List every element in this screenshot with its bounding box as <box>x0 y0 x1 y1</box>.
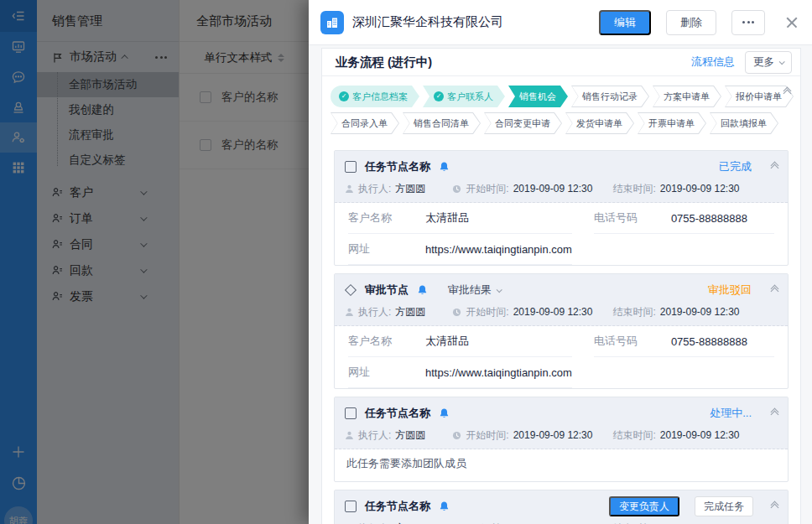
end-value: 2019-09-09 12:30 <box>660 183 740 195</box>
start-value: 2019-09-09 12:30 <box>513 183 593 195</box>
collapse-card-icon[interactable] <box>772 409 778 418</box>
task-checkbox-icon[interactable] <box>345 501 357 512</box>
executor-label: 执行人: <box>358 182 391 196</box>
collapse-card-icon[interactable] <box>772 286 778 294</box>
task-checkbox-icon[interactable] <box>345 161 357 173</box>
status-badge[interactable]: 审批驳回 <box>708 283 752 298</box>
end-value: 2019-09-09 12:30 <box>660 306 740 318</box>
bell-icon[interactable] <box>417 284 428 296</box>
chevron-down-icon <box>779 59 785 65</box>
flow-step-customer-contact[interactable]: 客户联系人 <box>423 86 505 107</box>
end-label: 结束时间: <box>612 182 655 196</box>
section-header: 业务流程 (进行中) 流程信息 更多 <box>322 49 800 76</box>
complete-task-button[interactable]: 完成任务 <box>695 496 753 516</box>
flow-step-customer-info[interactable]: 客户信息档案 <box>331 86 419 107</box>
flow-step-contract-change[interactable]: 合同变更申请 <box>484 112 562 134</box>
company-title: 深圳汇聚华企科技有限公司 <box>352 14 591 30</box>
field-website: 网址https://www.taiqingtianpin.com <box>348 234 572 265</box>
more-menu-button[interactable] <box>731 10 765 35</box>
collapse-card-icon[interactable] <box>772 163 778 171</box>
collapse-card-icon[interactable] <box>772 502 778 511</box>
flow-info-link[interactable]: 流程信息 <box>691 54 735 70</box>
drawer-topbar: 深圳汇聚华企科技有限公司 编辑 删除 <box>309 0 812 45</box>
person-icon <box>345 431 354 440</box>
approval-node-card: 审批节点 审批结果 审批驳回 执行人: <box>334 273 789 389</box>
flow-step-payment-report[interactable]: 回款填报单 <box>710 112 778 134</box>
field-empty <box>594 357 774 388</box>
card-title: 任务节点名称 <box>365 406 430 421</box>
ellipsis-icon <box>742 21 754 23</box>
field-website: 网址https://www.taiqingtianpin.com <box>348 357 572 388</box>
start-label: 开始时间: <box>466 182 508 196</box>
status-badge[interactable]: 已完成 <box>719 159 752 174</box>
executor-value: 方圆圆 <box>395 428 425 443</box>
person-icon <box>345 184 354 194</box>
flow-steps: 客户信息档案 客户联系人 销售机会 销售行动记录 方案申请单 报价申请单 合同录… <box>322 76 800 143</box>
task-checkbox-icon[interactable] <box>345 407 357 419</box>
clock-icon <box>452 308 461 317</box>
executor-label: 执行人: <box>358 428 391 443</box>
close-icon[interactable] <box>785 16 799 29</box>
more-label: 更多 <box>753 55 774 70</box>
collapse-flow-icon[interactable] <box>784 88 790 96</box>
task-note: 此任务需要添加团队成员 <box>335 449 788 481</box>
business-flow-panel: 业务流程 (进行中) 流程信息 更多 客户信息档案 客户联系人 销售机会 销售行… <box>321 48 801 524</box>
clock-icon <box>452 184 461 194</box>
person-icon <box>345 308 354 317</box>
flow-row-2: 合同录入单 销售合同清单 合同变更申请 发货申请单 开票申请单 回款填报单 <box>331 112 772 134</box>
flow-step-invoice-request[interactable]: 开票申请单 <box>638 112 706 134</box>
task-node-card-3: 任务节点名称 变更负责人 完成任务 执行人: 方圆圆 <box>334 490 789 524</box>
modal-dim-overlay[interactable] <box>0 0 309 524</box>
start-label: 开始时间: <box>466 305 508 319</box>
start-value: 2019-09-09 12:30 <box>513 429 593 441</box>
card-title: 任务节点名称 <box>365 159 430 174</box>
bell-icon[interactable] <box>439 407 450 419</box>
start-value: 2019-09-09 12:30 <box>513 306 593 318</box>
status-badge[interactable]: 处理中... <box>710 406 752 421</box>
executor-value: 方圆圆 <box>395 521 425 524</box>
field-customer-name: 客户名称太清甜品 <box>348 203 572 234</box>
approval-result-label: 审批结果 <box>448 283 492 298</box>
task-node-card-1: 任务节点名称 已完成 执行人: 方圆圆 <box>334 150 789 266</box>
edit-button[interactable]: 编辑 <box>599 10 651 35</box>
section-title: 业务流程 (进行中) <box>336 54 691 70</box>
chevron-down-icon <box>497 287 502 293</box>
end-label: 结束时间: <box>612 521 655 524</box>
bell-icon[interactable] <box>439 501 450 512</box>
more-dropdown-button[interactable]: 更多 <box>745 51 792 74</box>
flow-step-contract-list[interactable]: 销售合同清单 <box>403 112 481 134</box>
executor-value: 方圆圆 <box>395 305 425 319</box>
flow-step-quote-request[interactable]: 报价申请单 <box>725 86 794 107</box>
start-label: 开始时间: <box>466 428 508 443</box>
detail-drawer: 深圳汇聚华企科技有限公司 编辑 删除 业务流程 (进行中) 流程信息 更多 客户… <box>309 0 812 524</box>
clock-icon <box>452 431 461 440</box>
field-customer-name: 客户名称太清甜品 <box>348 326 572 357</box>
end-label: 结束时间: <box>612 305 655 319</box>
check-circle-icon <box>434 91 444 101</box>
flow-row-1: 客户信息档案 客户联系人 销售机会 销售行动记录 方案申请单 报价申请单 <box>331 86 772 107</box>
card-title: 审批节点 <box>365 283 409 298</box>
flow-step-sales-action[interactable]: 销售行动记录 <box>571 86 649 107</box>
approval-result-dropdown[interactable]: 审批结果 <box>448 283 501 298</box>
diamond-icon <box>345 284 357 296</box>
company-building-icon <box>320 11 344 34</box>
card-title: 任务节点名称 <box>365 499 430 514</box>
flow-step-plan-request[interactable]: 方案申请单 <box>653 86 721 107</box>
executor-value: 方圆圆 <box>395 182 425 196</box>
flow-step-contract-entry[interactable]: 合同录入单 <box>331 112 399 134</box>
check-circle-icon <box>339 91 349 101</box>
task-node-card-2: 任务节点名称 处理中... 执行人: 方圆圆 <box>334 397 789 482</box>
start-label: 开始时间: <box>466 521 508 524</box>
field-phone: 电话号码0755-88888888 <box>594 326 774 357</box>
bell-icon[interactable] <box>439 161 450 173</box>
field-phone: 电话号码0755-88888888 <box>594 203 774 234</box>
end-label: 结束时间: <box>612 428 655 443</box>
flow-step-sales-opportunity[interactable]: 销售机会 <box>508 86 568 107</box>
delete-button[interactable]: 删除 <box>666 10 716 35</box>
field-empty <box>594 234 774 265</box>
executor-label: 执行人: <box>358 521 391 524</box>
change-owner-button[interactable]: 变更负责人 <box>609 496 679 516</box>
executor-label: 执行人: <box>358 305 391 319</box>
flow-step-shipping-request[interactable]: 发货申请单 <box>565 112 634 134</box>
end-value: 2019-09-09 12:30 <box>660 429 740 441</box>
